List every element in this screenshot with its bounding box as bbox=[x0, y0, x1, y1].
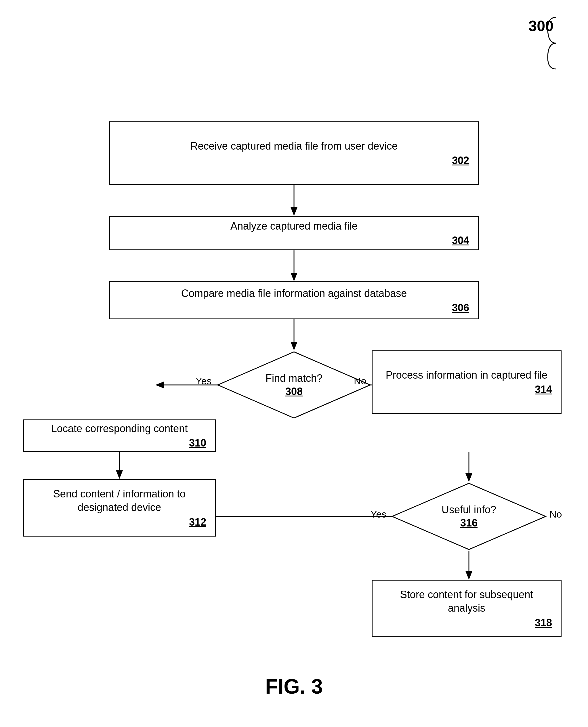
no-label-308: No bbox=[354, 375, 366, 387]
box-306: Compare media file information against d… bbox=[109, 282, 479, 319]
yes-label-316: Yes bbox=[371, 508, 386, 520]
box-304: Analyze captured media file 304 bbox=[109, 216, 479, 250]
box-302: Receive captured media file from user de… bbox=[109, 121, 479, 185]
diagram-container: 300 R bbox=[0, 0, 588, 727]
svg-marker-1 bbox=[291, 207, 297, 216]
diamond-316: Useful info? 316 bbox=[391, 482, 547, 551]
svg-marker-17 bbox=[465, 571, 472, 580]
diamond-308: Find match? 308 bbox=[216, 350, 372, 419]
box-314: Process information in captured file 314 bbox=[372, 350, 562, 414]
svg-marker-3 bbox=[291, 273, 297, 282]
figure-label: FIG. 3 bbox=[265, 674, 323, 698]
brace-icon bbox=[542, 14, 565, 72]
yes-label-308: Yes bbox=[196, 375, 211, 387]
svg-marker-9 bbox=[116, 470, 123, 479]
box-310: Locate corresponding content 310 bbox=[23, 419, 216, 452]
svg-marker-5 bbox=[291, 342, 297, 350]
svg-marker-7 bbox=[155, 381, 164, 388]
box-318: Store content for subsequent analysis 31… bbox=[372, 580, 562, 637]
svg-marker-13 bbox=[465, 473, 472, 482]
no-label-316: No bbox=[549, 508, 562, 520]
box-312: Send content / information to designated… bbox=[23, 479, 216, 537]
